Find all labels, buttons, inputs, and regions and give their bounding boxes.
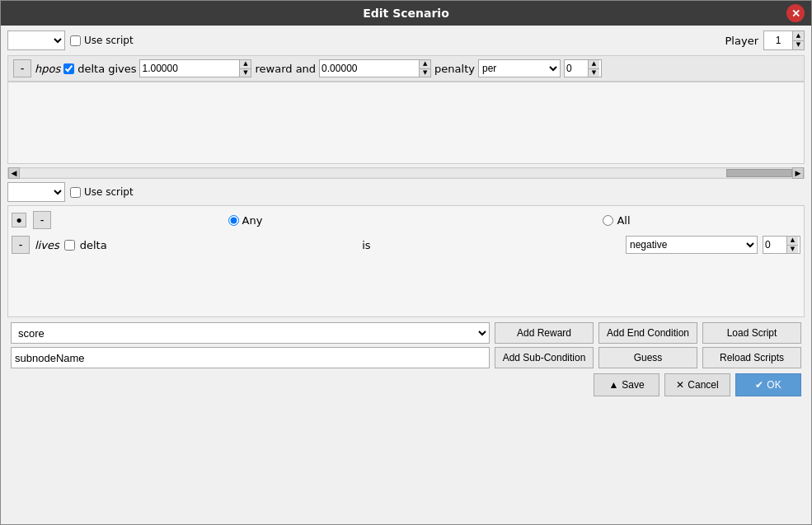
condition-count-input[interactable]: ▲ ▼ (763, 236, 800, 254)
end-condition-scroll-area (12, 255, 800, 313)
save-button[interactable]: ▲ Save (594, 373, 659, 396)
condition-delta-label: delta (80, 239, 107, 251)
player-section: Player ▲ ▼ (725, 30, 805, 50)
per-select[interactable]: per (478, 59, 561, 77)
reward-remove-button[interactable]: - (13, 59, 31, 77)
reward-row: - hpos delta gives ▲ ▼ reward and ▲ ▼ pe… (7, 55, 805, 82)
condition-minus-btn[interactable]: - (12, 236, 30, 254)
action-row: ▲ Save ✕ Cancel ✔ OK (7, 370, 805, 398)
add-reward-button[interactable]: Add Reward (495, 322, 594, 344)
per-count-input[interactable]: ▲ ▼ (564, 59, 602, 77)
player-input[interactable] (764, 31, 792, 49)
end-radio-minus-btn[interactable]: ● (12, 213, 26, 227)
any-label: Any (242, 214, 263, 227)
penalty-spin-arrows: ▲ ▼ (419, 60, 430, 77)
guess-button[interactable]: Guess (598, 347, 697, 368)
player-spin-arrows: ▲ ▼ (792, 31, 804, 49)
condition-count-up[interactable]: ▲ (786, 237, 798, 246)
subnode-input[interactable] (11, 347, 490, 368)
toolbar-row-2: Add Sub-Condition Guess Reload Scripts (7, 345, 805, 370)
any-radio-group: Any (228, 214, 263, 227)
reward-and-label: reward and (255, 63, 316, 75)
penalty-label: penalty (434, 63, 475, 75)
delta-label: delta (77, 63, 105, 75)
reward-value-field[interactable] (140, 60, 239, 77)
reward-scroll-area (7, 82, 805, 164)
scroll-thumb[interactable] (726, 169, 792, 177)
cancel-icon: ✕ (676, 379, 684, 391)
ok-label: OK (767, 379, 781, 391)
end-condition-header: Use script (7, 182, 805, 202)
save-icon: ▲ (608, 379, 618, 391)
is-label: is (362, 239, 370, 251)
reward-use-script-label: Use script (70, 35, 134, 46)
dialog-title: Edit Scenario (363, 7, 449, 20)
per-count-up[interactable]: ▲ (588, 60, 599, 69)
end-row-minus-btn[interactable]: - (33, 211, 51, 229)
delta-checkbox[interactable] (63, 63, 74, 74)
lives-label: lives (35, 239, 59, 251)
player-spin-down[interactable]: ▼ (792, 41, 804, 50)
per-count-arrows: ▲ ▼ (588, 60, 599, 77)
save-label: Save (622, 379, 644, 391)
condition-count-down[interactable]: ▼ (786, 246, 798, 254)
reward-value-input[interactable]: ▲ ▼ (139, 59, 251, 77)
hpos-label: hpos (35, 63, 60, 75)
all-label: All (617, 214, 630, 227)
cancel-label: Cancel (688, 379, 718, 391)
gives-label: gives (108, 63, 136, 75)
any-radio[interactable] (228, 215, 239, 226)
condition-row: - lives delta is negative positive zero … (12, 234, 800, 255)
condition-value-select[interactable]: negative positive zero (626, 236, 758, 254)
reward-use-script-checkbox[interactable] (70, 35, 81, 46)
reload-scripts-button[interactable]: Reload Scripts (702, 347, 801, 368)
scroll-track[interactable] (20, 169, 792, 177)
load-script-button[interactable]: Load Script (702, 322, 801, 344)
scroll-right-arrow[interactable]: ▶ (792, 167, 804, 179)
reward-spin-up[interactable]: ▲ (239, 60, 251, 69)
horizontal-scrollbar: ◀ ▶ (7, 167, 805, 179)
ok-button[interactable]: ✔ OK (735, 373, 801, 396)
penalty-value-input[interactable]: ▲ ▼ (319, 59, 431, 77)
titlebar: Edit Scenario ✕ (1, 1, 811, 26)
condition-count-field[interactable] (763, 237, 786, 253)
all-radio-group: All (603, 214, 630, 227)
ok-icon: ✔ (755, 379, 763, 391)
add-sub-condition-button[interactable]: Add Sub-Condition (495, 347, 594, 368)
end-use-script-checkbox[interactable] (70, 187, 81, 198)
penalty-spin-up[interactable]: ▲ (419, 60, 430, 69)
condition-count-arrows: ▲ ▼ (786, 237, 798, 253)
add-end-condition-button[interactable]: Add End Condition (598, 322, 697, 344)
reward-combo[interactable] (7, 30, 65, 50)
condition-delta-checkbox[interactable] (64, 240, 75, 251)
player-label-text: Player (725, 35, 758, 47)
player-spinbox[interactable]: ▲ ▼ (763, 30, 805, 50)
all-radio[interactable] (603, 215, 613, 226)
cancel-button[interactable]: ✕ Cancel (664, 373, 730, 396)
end-condition-combo[interactable] (7, 182, 65, 202)
toolbar-row-1: score Add Reward Add End Condition Load … (7, 317, 805, 345)
end-condition-area: ● - Any All - lives delta (7, 205, 805, 317)
score-select[interactable]: score (11, 322, 490, 344)
per-count-field[interactable] (565, 60, 588, 77)
dialog-body: Use script Player ▲ ▼ - hpos delta gives (1, 26, 811, 524)
per-count-down[interactable]: ▼ (588, 69, 599, 77)
scroll-left-arrow[interactable]: ◀ (8, 167, 20, 179)
reward-section-header: Use script Player ▲ ▼ (7, 30, 805, 50)
penalty-value-field[interactable] (320, 60, 419, 77)
edit-scenario-dialog: Edit Scenario ✕ Use script Player ▲ ▼ (0, 0, 812, 525)
close-button[interactable]: ✕ (786, 4, 805, 22)
penalty-spin-down[interactable]: ▼ (419, 69, 430, 77)
reward-spin-arrows: ▲ ▼ (239, 60, 251, 77)
radio-row: ● - Any All (12, 209, 800, 231)
player-spin-up[interactable]: ▲ (792, 31, 804, 41)
reward-spin-down[interactable]: ▼ (239, 69, 251, 77)
end-use-script-label: Use script (70, 186, 134, 198)
